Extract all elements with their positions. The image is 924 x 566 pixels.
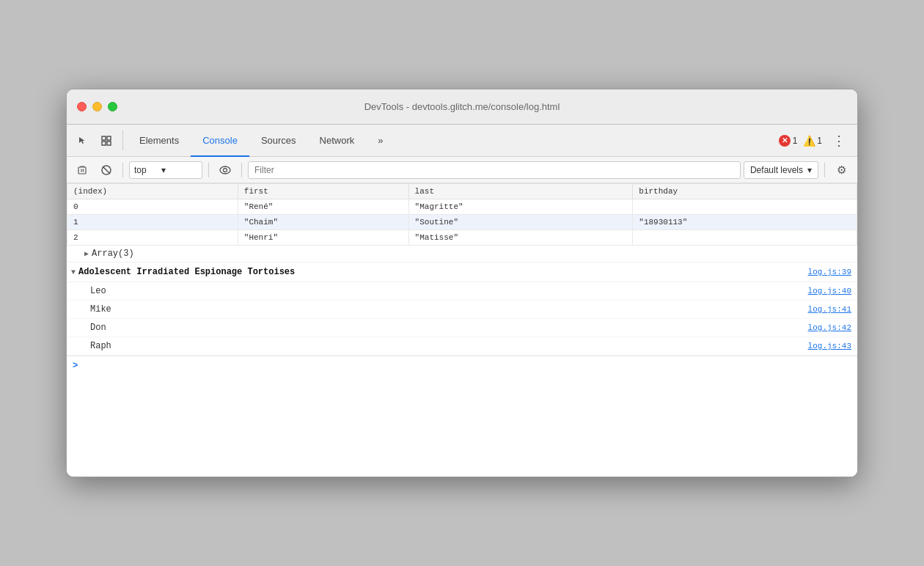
log-item-1: Mike log.js:41 — [67, 301, 857, 319]
stop-messages-button[interactable] — [96, 160, 117, 180]
cell-first-0: "René" — [238, 199, 408, 215]
warn-count: 1 — [817, 136, 822, 146]
maximize-button[interactable] — [108, 102, 117, 111]
tab-more[interactable]: » — [366, 125, 395, 157]
log-item-link-0[interactable]: log.js:40 — [808, 287, 851, 295]
array-row[interactable]: ▶ Array(3) — [67, 246, 857, 262]
cell-index-1: 1 — [67, 215, 238, 230]
toolbar-sep-4 — [824, 163, 825, 177]
error-badge: ✕ 1 — [779, 135, 798, 147]
svg-rect-4 — [78, 167, 86, 174]
filter-input[interactable] — [248, 161, 741, 179]
log-item-0: Leo log.js:40 — [67, 282, 857, 301]
log-levels-dropdown[interactable]: Default levels ▾ — [744, 161, 818, 179]
toolbar-sep-3 — [241, 163, 242, 177]
toolbar-separator — [122, 131, 123, 150]
svg-point-10 — [224, 168, 227, 172]
tab-sources[interactable]: Sources — [249, 125, 308, 157]
svg-rect-2 — [102, 142, 106, 145]
col-header-last: last — [408, 184, 633, 199]
svg-line-8 — [103, 166, 110, 174]
log-item-link-3[interactable]: log.js:43 — [808, 342, 851, 350]
cell-birthday-1: "18930113" — [633, 215, 857, 230]
console-toolbar: top ▾ Default levels ▾ ⚙ — [67, 157, 857, 183]
cell-birthday-2 — [633, 230, 857, 246]
error-icon: ✕ — [779, 135, 791, 147]
cell-index-2: 2 — [67, 230, 238, 246]
warn-icon: ⚠️ — [803, 135, 815, 147]
svg-point-9 — [220, 166, 230, 174]
log-item-link-2[interactable]: log.js:42 — [808, 323, 851, 332]
log-group-left: ▼ Adolescent Irradiated Espionage Tortoi… — [71, 267, 295, 277]
log-group-link[interactable]: log.js:39 — [808, 268, 851, 276]
settings-button[interactable]: ⚙ — [831, 160, 851, 180]
log-item-link-1[interactable]: log.js:41 — [808, 305, 851, 314]
minimize-button[interactable] — [92, 102, 102, 111]
table-row: 1 "Chaim" "Soutine" "18930113" — [67, 215, 857, 230]
cell-first-2: "Henri" — [238, 230, 408, 246]
group-expand-arrow-icon: ▼ — [71, 268, 76, 276]
array-label: Array(3) — [92, 249, 134, 259]
table-row: 2 "Henri" "Matisse" — [67, 230, 857, 246]
levels-arrow-icon: ▾ — [807, 165, 812, 175]
inspect-icon[interactable] — [95, 125, 118, 157]
cell-first-1: "Chaim" — [238, 215, 408, 230]
context-dropdown[interactable]: top ▾ — [129, 161, 202, 179]
devtools-window: DevTools - devtools.glitch.me/console/lo… — [66, 89, 858, 477]
console-table: (index) first last birthday 0 "René" "Ma… — [67, 183, 857, 246]
col-header-first: first — [238, 184, 408, 199]
table-row: 0 "René" "Magritte" — [67, 199, 857, 215]
window-title: DevTools - devtools.glitch.me/console/lo… — [364, 101, 560, 112]
svg-rect-3 — [107, 142, 111, 145]
col-header-index: (index) — [67, 184, 238, 199]
more-options-button[interactable]: ⋮ — [828, 133, 850, 149]
collapse-arrow-icon: ▶ — [84, 249, 89, 258]
error-count: 1 — [793, 136, 798, 146]
svg-rect-1 — [107, 136, 111, 140]
cell-last-0: "Magritte" — [408, 199, 633, 215]
tab-console[interactable]: Console — [191, 125, 249, 157]
log-item-3: Raph log.js:43 — [67, 337, 857, 356]
prompt-icon: > — [73, 361, 78, 371]
svg-rect-0 — [102, 136, 106, 140]
warn-badge: ⚠️ 1 — [803, 135, 822, 147]
traffic-lights — [77, 102, 117, 111]
clear-console-button[interactable] — [73, 160, 93, 180]
cursor-icon[interactable] — [71, 125, 95, 157]
toolbar-right: ✕ 1 ⚠️ 1 ⋮ — [779, 125, 853, 156]
log-group-header[interactable]: ▼ Adolescent Irradiated Espionage Tortoi… — [67, 262, 857, 282]
log-item-2: Don log.js:42 — [67, 319, 857, 337]
tabs-toolbar: Elements Console Sources Network » ✕ 1 ⚠… — [67, 125, 857, 157]
tab-elements[interactable]: Elements — [128, 125, 191, 157]
toolbar-sep-2 — [208, 163, 209, 177]
close-button[interactable] — [77, 102, 87, 111]
cell-birthday-0 — [633, 199, 857, 215]
dropdown-arrow-icon: ▾ — [161, 165, 166, 175]
tab-network[interactable]: Network — [308, 125, 367, 157]
cell-index-0: 0 — [67, 199, 238, 215]
col-header-birthday: birthday — [633, 184, 857, 199]
console-input[interactable] — [82, 361, 851, 371]
titlebar: DevTools - devtools.glitch.me/console/lo… — [67, 89, 857, 125]
console-output: (index) first last birthday 0 "René" "Ma… — [67, 183, 857, 477]
console-input-row: > — [67, 356, 857, 375]
toolbar-sep-1 — [122, 163, 123, 177]
cell-last-2: "Matisse" — [408, 230, 633, 246]
eye-icon[interactable] — [215, 160, 235, 180]
cell-last-1: "Soutine" — [408, 215, 633, 230]
